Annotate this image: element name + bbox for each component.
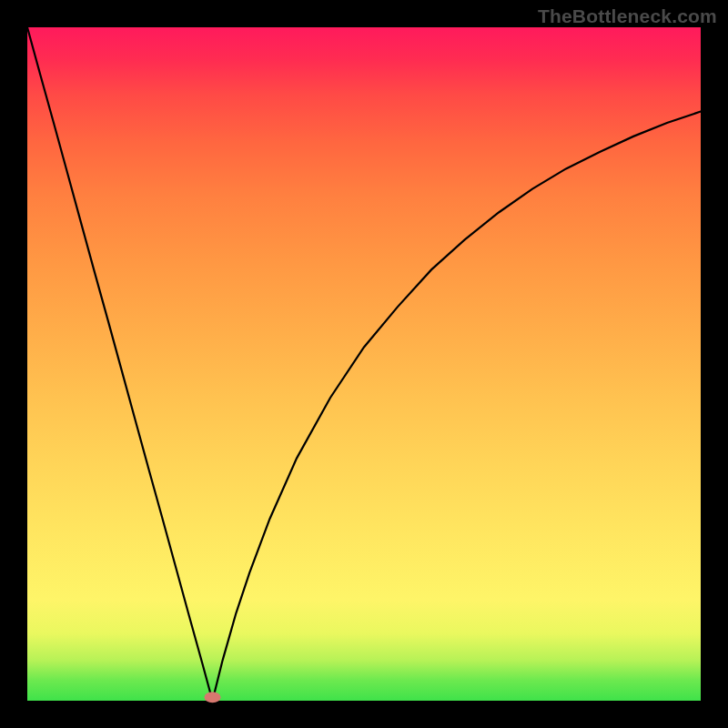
curve-layer <box>27 27 701 701</box>
chart-frame: TheBottleneck.com <box>0 0 728 728</box>
minimum-marker <box>205 692 221 703</box>
right-branch-line <box>213 112 702 702</box>
plot-area <box>27 27 701 701</box>
watermark-text: TheBottleneck.com <box>538 5 717 27</box>
left-branch-line <box>27 27 213 701</box>
